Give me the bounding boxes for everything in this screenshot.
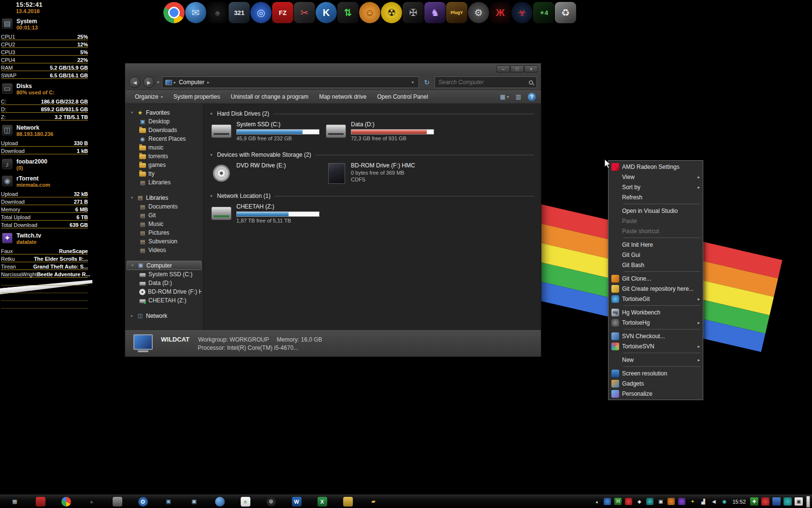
menu-git-clone[interactable]: Git Clone... (609, 273, 702, 284)
tray-app-cyan-icon[interactable]: ◉ (721, 498, 728, 505)
quick-app-white-icon[interactable]: ▣ (795, 497, 803, 506)
start-button[interactable]: ▦ (2, 495, 28, 508)
drive-c-item[interactable]: System SSD (C:) 45,9 GB free of 232 GB (210, 121, 325, 143)
expander-icon[interactable]: ▸ (130, 314, 134, 318)
stream-row[interactable]: Retku The Elder Scrolls II:... (1, 254, 88, 262)
expander-icon[interactable]: ▾ (130, 110, 134, 115)
address-dropdown-icon[interactable]: ▾ (409, 80, 416, 85)
collapse-arrow-icon[interactable]: ▾ (210, 194, 217, 198)
menu-git-init-here[interactable]: Git Init Here (609, 239, 702, 250)
tray-app-blue-icon[interactable] (604, 498, 611, 505)
sidebar-item-subversion[interactable]: Subversion (127, 237, 202, 246)
sidebar-item-music-library[interactable]: Music (127, 220, 202, 228)
search-input[interactable] (438, 79, 526, 86)
powerdvd-icon[interactable]: ◎ (250, 2, 272, 23)
tray-app-red-icon[interactable] (625, 498, 632, 505)
bat-icon[interactable]: ♠ (207, 2, 228, 23)
map-network-drive-button[interactable]: Map network drive (314, 91, 371, 102)
tray-app-white-icon[interactable]: ▣ (657, 498, 664, 505)
show-desktop-button[interactable] (806, 496, 810, 508)
taskbar-browser-blue-icon[interactable]: O (130, 495, 156, 508)
system-properties-button[interactable]: System properties (169, 91, 225, 102)
search-box[interactable] (435, 76, 537, 88)
quake-icon[interactable]: Ж (490, 2, 511, 23)
stream-row[interactable]: NarcissaWright Beetle Adventure R... (1, 270, 88, 278)
taskbar-notepad-icon[interactable]: ≡ (232, 495, 258, 508)
folder-content-area[interactable]: ▾ Hard Disk Drives (2) System SSD (C:) 4… (203, 104, 541, 329)
gear-icon[interactable]: ⚙ (468, 2, 489, 23)
menu-tortoisesvn[interactable]: TortoiseSVN ▸ (609, 341, 702, 351)
sidebar-root-computer[interactable]: ▾ Computer (127, 261, 202, 270)
minimize-button[interactable]: – (496, 65, 510, 73)
sidebar-item-drive-z[interactable]: CHEETAH (Z:) (127, 296, 202, 305)
breadcrumb-chevron-icon[interactable]: ▸ (174, 80, 176, 85)
sidebar-item-recent-places[interactable]: Recent Places (127, 134, 202, 143)
taskbar-app-grey-icon[interactable] (104, 495, 130, 508)
menu-personalize[interactable]: Personalize (609, 388, 702, 399)
plugy-icon[interactable]: PlugY (446, 2, 467, 23)
sidebar-item-videos[interactable]: Videos (127, 246, 202, 254)
stream-row[interactable]: Faux RuneScape (1, 247, 88, 254)
refresh-button[interactable]: ↻ (421, 77, 432, 88)
collapse-arrow-icon[interactable]: ▾ (210, 152, 217, 157)
menu-git-create-repository[interactable]: Git Create repository here... (609, 284, 702, 294)
quick-app-red-icon[interactable] (761, 497, 769, 506)
menu-open-in-visual-studio[interactable]: Open in Visual Studio (609, 206, 702, 216)
hidden-icons-arrow[interactable]: ▴ (593, 498, 600, 505)
drive-d-item[interactable]: Data (D:) 72,3 GB free of 931 GB (325, 121, 439, 143)
quick-app-green-icon[interactable]: ✚ (750, 497, 758, 506)
sidebar-root-libraries[interactable]: ▾ Libraries (127, 193, 202, 202)
breadcrumb-computer[interactable]: Computer (178, 79, 205, 86)
drive-e-item[interactable]: DVD RW Drive (E:) (210, 162, 325, 184)
menu-paste[interactable]: Paste (609, 216, 702, 226)
collapse-arrow-icon[interactable]: ▾ (210, 111, 217, 116)
sidebar-item-documents[interactable]: Documents (127, 202, 202, 211)
menu-tortoisegit[interactable]: TortoiseGit ▸ (609, 294, 702, 304)
star4-game-icon[interactable]: ✶4 (533, 2, 554, 23)
menu-view[interactable]: View ▸ (609, 172, 702, 182)
tray-app-grey-icon[interactable]: ◆ (636, 498, 643, 505)
biohazard-icon[interactable]: ☣ (511, 2, 533, 23)
thunderbird-icon[interactable]: ✉ (185, 2, 206, 23)
screen-capture-icon[interactable]: ✂ (294, 2, 315, 23)
stream-row[interactable]: Tirean Grand Theft Auto: S... (1, 262, 88, 270)
taskbar-obs-icon[interactable]: ⊙ (258, 495, 284, 508)
maximize-button[interactable]: □ (510, 65, 524, 73)
sidebar-item-music[interactable]: music (127, 143, 202, 152)
tray-app-teal-icon[interactable] (646, 498, 653, 505)
menu-refresh[interactable]: Refresh (609, 192, 702, 202)
game-artwork-icon[interactable]: ♞ (424, 2, 446, 23)
help-button[interactable]: ? (528, 93, 536, 101)
tray-autohotkey-icon[interactable]: H (614, 498, 622, 505)
open-control-panel-button[interactable]: Open Control Panel (372, 91, 433, 102)
taskbar-clock[interactable]: 15:52 (732, 499, 746, 505)
taskbar-excel-icon[interactable]: X (309, 495, 335, 508)
forward-button[interactable]: ▶ (143, 76, 155, 88)
menu-hg-workbench[interactable]: Hg Hg Workbench (609, 307, 702, 317)
expander-icon[interactable]: ▾ (130, 195, 134, 200)
sidebar-item-drive-c[interactable]: System SSD (C:) (127, 270, 202, 279)
menu-tortoisehg[interactable]: TortoiseHg ▸ (609, 317, 702, 328)
quick-app-teal-icon[interactable] (783, 497, 792, 506)
preview-pane-button[interactable]: ▥ (513, 93, 524, 100)
drive-f-item[interactable]: BD-ROM Drive (F:) HMC 0 bytes free of 36… (325, 162, 439, 184)
section-header-removable[interactable]: ▾ Devices with Removable Storage (2) (210, 151, 534, 158)
keepass-icon[interactable]: K (316, 2, 337, 23)
sidebar-item-git[interactable]: Git (127, 211, 202, 220)
taskbar-chrome-icon[interactable] (53, 495, 79, 508)
organize-button[interactable]: Organize ▾ (130, 91, 168, 102)
breadcrumb-chevron-icon[interactable]: ▸ (207, 80, 210, 85)
radiation-icon[interactable]: ☢ (381, 2, 402, 23)
taskbar-bat-icon[interactable]: ♠ (79, 495, 104, 508)
menu-sort-by[interactable]: Sort by ▸ (609, 182, 702, 192)
sidebar-item-downloads[interactable]: Downloads (127, 126, 202, 134)
menu-gadgets[interactable]: Gadgets (609, 378, 702, 388)
sidebar-item-drive-d[interactable]: Data (D:) (127, 279, 202, 287)
sidebar-item-pictures[interactable]: Pictures (127, 228, 202, 237)
game-mascot-icon[interactable]: ☺ (359, 2, 380, 23)
menu-git-bash[interactable]: Git Bash (609, 260, 702, 270)
history-dropdown-icon[interactable]: ▾ (157, 80, 160, 85)
tray-network-icon[interactable]: ▟ (699, 498, 707, 505)
title-bar[interactable]: – □ × (125, 63, 541, 75)
menu-new[interactable]: New ▸ (609, 355, 702, 365)
